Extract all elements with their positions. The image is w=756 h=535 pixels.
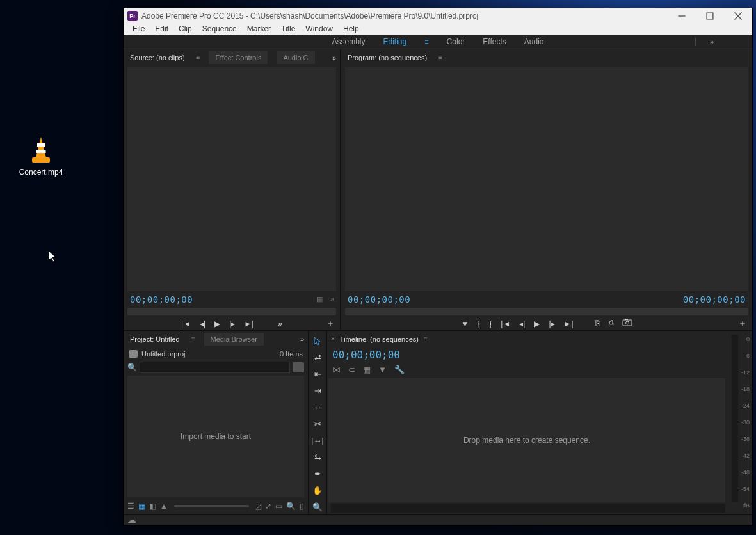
- source-panel-menu-icon[interactable]: ≡: [197, 54, 200, 61]
- rate-stretch-tool[interactable]: ↔: [311, 401, 324, 414]
- timeline-nest-toggle[interactable]: ⋈: [332, 365, 341, 374]
- new-item-button[interactable]: 🔍: [286, 502, 296, 511]
- icon-view-button[interactable]: ▦: [138, 502, 145, 511]
- menu-help[interactable]: Help: [338, 24, 364, 33]
- source-step-back-button[interactable]: ◂|: [200, 319, 205, 328]
- sort-icon[interactable]: ▲: [160, 502, 168, 511]
- list-view-button[interactable]: ☰: [127, 502, 134, 511]
- timeline-linked-selection-toggle[interactable]: ▦: [363, 365, 371, 374]
- source-timecode[interactable]: 00;00;00;00: [130, 294, 193, 305]
- source-fit-icon[interactable]: ▦: [316, 295, 323, 303]
- timeline-panel-menu-icon[interactable]: ≡: [424, 335, 428, 342]
- program-export-frame-button[interactable]: [622, 319, 632, 328]
- source-settings-icon[interactable]: ⇥: [328, 295, 334, 303]
- workspace-effects[interactable]: Effects: [483, 37, 506, 46]
- maximize-button[interactable]: [696, 8, 724, 23]
- menu-edit[interactable]: Edit: [150, 24, 173, 33]
- project-tabs-overflow[interactable]: »: [300, 335, 304, 343]
- source-monitor-viewport[interactable]: [127, 67, 336, 291]
- desktop-file-concert[interactable]: Concert.mp4: [13, 134, 69, 177]
- workspace-assembly[interactable]: Assembly: [332, 37, 366, 46]
- timeline-zoom-scroll[interactable]: [331, 504, 725, 513]
- project-new-bin-button[interactable]: [293, 362, 304, 372]
- program-timecode-left[interactable]: 00;00;00;00: [348, 294, 410, 305]
- source-play-button[interactable]: ▶: [214, 319, 220, 328]
- menu-title[interactable]: Title: [276, 24, 300, 33]
- menu-clip[interactable]: Clip: [173, 24, 197, 33]
- workspace-editing-menu-icon[interactable]: ≡: [424, 38, 428, 45]
- selection-tool[interactable]: [311, 335, 324, 347]
- timeline-snap-toggle[interactable]: ⊂: [348, 365, 355, 374]
- tab-media-browser[interactable]: Media Browser: [204, 333, 264, 346]
- program-mark-in-bracket[interactable]: {: [478, 319, 480, 328]
- razor-tool[interactable]: ✂: [311, 418, 324, 431]
- program-step-fwd-button[interactable]: |▸: [549, 319, 554, 328]
- find-button[interactable]: ⤢: [265, 502, 271, 511]
- timeline-tracks-area[interactable]: Drop media here to create sequence.: [328, 378, 725, 502]
- program-go-to-in-button[interactable]: |◄: [501, 319, 510, 328]
- program-go-to-out-button[interactable]: ►|: [564, 319, 574, 328]
- program-extract-button[interactable]: ⎙: [609, 319, 613, 328]
- menu-window[interactable]: Window: [300, 24, 338, 33]
- tab-effect-controls[interactable]: Effect Controls: [209, 51, 268, 64]
- timeline-close-icon[interactable]: ×: [331, 335, 335, 342]
- tab-source[interactable]: Source: (no clips): [127, 52, 188, 63]
- svg-rect-10: [625, 319, 628, 320]
- rolling-edit-tool[interactable]: ⇥: [311, 385, 324, 397]
- timeline-timecode[interactable]: 00;00;00;00: [327, 347, 729, 362]
- menu-marker[interactable]: Marker: [242, 24, 276, 33]
- vlc-cone-icon: [26, 134, 56, 165]
- zoom-tool[interactable]: 🔍: [311, 501, 324, 514]
- project-search-input[interactable]: [140, 362, 290, 373]
- workspace-overflow-button[interactable]: »: [710, 38, 714, 45]
- program-mark-in-button[interactable]: ▼: [461, 319, 469, 328]
- tab-timeline[interactable]: Timeline: (no sequences): [340, 335, 419, 343]
- close-button[interactable]: [724, 8, 752, 23]
- ripple-edit-tool[interactable]: ⇤: [311, 368, 324, 381]
- program-monitor-viewport[interactable]: [345, 67, 748, 291]
- menu-sequence[interactable]: Sequence: [197, 24, 242, 33]
- project-empty-text: Import media to start: [181, 432, 251, 441]
- pen-tool[interactable]: ✒: [311, 468, 324, 481]
- program-play-button[interactable]: ▶: [534, 319, 540, 328]
- source-go-to-out-button[interactable]: ►|: [244, 319, 253, 328]
- tab-project[interactable]: Project: Untitled: [127, 334, 182, 344]
- project-panel: Project: Untitled ≡ Media Browser » Unti…: [124, 331, 309, 514]
- project-bin-area[interactable]: Import media to start: [127, 376, 304, 497]
- tab-audio-clip-mixer[interactable]: Audio C: [277, 51, 314, 64]
- program-mark-out-bracket[interactable]: }: [489, 319, 492, 328]
- program-timecode-right[interactable]: 00;00;00;00: [683, 294, 746, 305]
- menu-file[interactable]: File: [127, 24, 150, 33]
- clear-button[interactable]: ▯: [300, 502, 304, 511]
- freeform-view-button[interactable]: ◧: [149, 502, 156, 511]
- workspace-color[interactable]: Color: [447, 37, 465, 46]
- source-tabs-overflow[interactable]: »: [332, 54, 336, 61]
- hand-tool[interactable]: ✋: [311, 484, 324, 497]
- source-step-fwd-button[interactable]: |▸: [229, 319, 235, 328]
- thumb-size-slider[interactable]: [174, 505, 249, 507]
- minimize-button[interactable]: [668, 8, 696, 23]
- timeline-marker-button[interactable]: ▼: [378, 365, 387, 374]
- slide-tool[interactable]: ⇆: [311, 451, 324, 464]
- source-button-editor[interactable]: ＋: [326, 318, 335, 330]
- program-step-back-button[interactable]: ◂|: [519, 319, 525, 328]
- workspace-editing[interactable]: Editing: [383, 37, 407, 46]
- track-select-tool[interactable]: ⇄: [311, 351, 324, 364]
- program-lift-button[interactable]: ⎘: [595, 319, 600, 328]
- source-overflow-transport[interactable]: »: [278, 319, 282, 328]
- program-scrub-bar[interactable]: [345, 308, 748, 315]
- new-bin-button[interactable]: ▭: [275, 502, 282, 511]
- source-go-to-in-button[interactable]: |◄: [181, 319, 191, 328]
- tab-program[interactable]: Program: (no sequences): [345, 52, 430, 63]
- titlebar[interactable]: Pr Adobe Premiere Pro CC 2015 - C:\Users…: [124, 8, 752, 23]
- timeline-settings-button[interactable]: 🔧: [394, 365, 405, 374]
- source-scrub-bar[interactable]: [127, 308, 336, 315]
- search-icon: 🔍: [127, 363, 137, 372]
- creative-cloud-icon[interactable]: ☁: [127, 515, 136, 525]
- program-panel-menu-icon[interactable]: ≡: [438, 54, 442, 61]
- workspace-audio[interactable]: Audio: [524, 37, 544, 46]
- project-panel-menu-icon[interactable]: ≡: [191, 335, 195, 342]
- slip-tool[interactable]: |↔|: [311, 435, 324, 447]
- program-button-editor[interactable]: ＋: [738, 318, 747, 330]
- auto-sequence-button[interactable]: ◿: [255, 502, 261, 511]
